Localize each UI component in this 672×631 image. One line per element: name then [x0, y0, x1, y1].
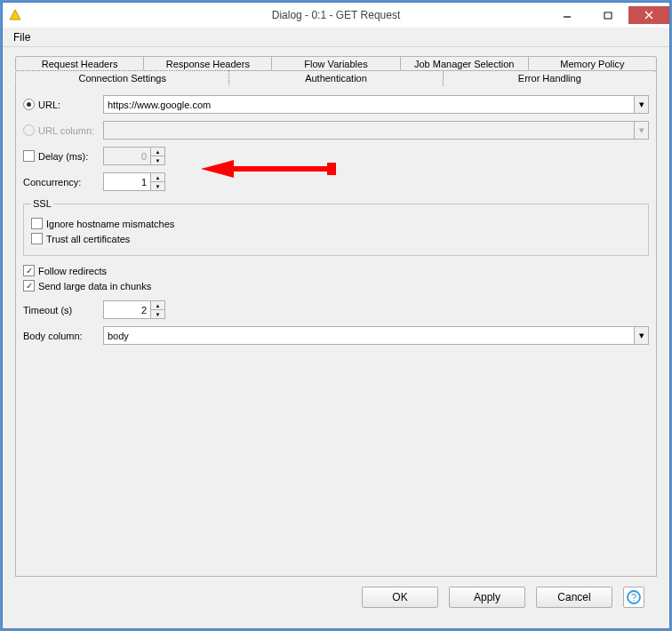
chevron-down-icon: ▾ [639, 99, 644, 110]
url-column-label-group: URL column: [23, 124, 103, 136]
concurrency-spin-up[interactable]: ▲ [150, 172, 165, 181]
body-column-dropdown-button[interactable]: ▾ [634, 326, 649, 345]
close-button[interactable] [628, 6, 669, 24]
ignore-hostname-label: Ignore hostname mismatches [46, 219, 174, 229]
timeout-spin-buttons: ▲ ▼ [150, 300, 165, 319]
ignore-hostname-checkbox[interactable] [31, 218, 43, 229]
delay-checkbox[interactable] [23, 150, 35, 162]
menu-file[interactable]: File [8, 29, 36, 45]
tabs-row-1: Request Headers Response Headers Flow Va… [15, 56, 657, 71]
url-row: URL: ▾ [23, 95, 649, 114]
url-input[interactable] [103, 95, 634, 114]
tabs-row-2: Connection Settings Authentication Error… [15, 70, 657, 86]
tab-response-headers[interactable]: Response Headers [143, 56, 272, 71]
svg-text:?: ? [631, 592, 636, 603]
url-column-dropdown-button: ▾ [634, 121, 649, 140]
ssl-fieldset: SSL Ignore hostname mismatches Trust all… [23, 198, 649, 256]
trust-all-label: Trust all certificates [46, 234, 130, 244]
cancel-button[interactable]: Cancel [536, 587, 612, 608]
apply-button[interactable]: Apply [449, 587, 525, 608]
url-column-combo: ▾ [103, 121, 649, 140]
url-dropdown-button[interactable]: ▾ [634, 95, 649, 114]
ignore-hostname-row: Ignore hostname mismatches [31, 218, 641, 229]
chevron-down-icon: ▾ [639, 124, 644, 136]
connection-settings-panel: URL: ▾ URL column: ▾ [15, 86, 657, 577]
timeout-label: Timeout (s) [23, 305, 103, 316]
url-label-group: URL: [23, 99, 103, 110]
tab-flow-variables[interactable]: Flow Variables [271, 56, 400, 71]
tab-authentication[interactable]: Authentication [228, 70, 443, 86]
delay-spinner: ▲ ▼ [103, 147, 165, 165]
ssl-legend: SSL [31, 198, 53, 209]
dialog-window: Dialog - 0:1 - GET Request File Request … [2, 2, 670, 629]
app-icon [8, 8, 22, 22]
titlebar: Dialog - 0:1 - GET Request [3, 3, 669, 28]
window-controls [547, 6, 669, 24]
concurrency-spinner[interactable]: ▲ ▼ [103, 172, 165, 191]
tab-error-handling[interactable]: Error Handling [443, 70, 657, 86]
send-large-checkbox[interactable] [23, 280, 35, 292]
tab-request-headers[interactable]: Request Headers [15, 56, 144, 71]
url-column-input [103, 121, 634, 140]
timeout-row: Timeout (s) ▲ ▼ [23, 300, 649, 319]
tab-connection-settings[interactable]: Connection Settings [15, 70, 229, 86]
timeout-spin-up[interactable]: ▲ [150, 300, 165, 309]
url-combo[interactable]: ▾ [103, 95, 649, 114]
svg-marker-0 [10, 10, 20, 20]
concurrency-label: Concurrency: [23, 177, 103, 188]
maximize-button[interactable] [588, 6, 628, 24]
delay-spin-up: ▲ [150, 147, 165, 156]
concurrency-input[interactable] [103, 172, 150, 191]
delay-label: Delay (ms): [38, 151, 88, 162]
button-bar: OK Apply Cancel ? [15, 577, 657, 618]
concurrency-spin-buttons: ▲ ▼ [150, 172, 165, 191]
send-large-label: Send large data in chunks [38, 281, 151, 292]
chevron-down-icon: ▾ [639, 330, 644, 341]
help-icon: ? [626, 589, 642, 605]
url-column-label: URL column: [38, 125, 94, 136]
timeout-spin-down[interactable]: ▼ [150, 309, 165, 319]
trust-all-row: Trust all certificates [31, 233, 641, 244]
follow-redirects-row: Follow redirects [23, 265, 649, 276]
delay-label-group: Delay (ms): [23, 150, 103, 162]
ok-button[interactable]: OK [362, 587, 438, 608]
content-area: Request Headers Response Headers Flow Va… [3, 47, 669, 628]
timeout-spinner[interactable]: ▲ ▼ [103, 300, 165, 319]
timeout-input[interactable] [103, 300, 150, 319]
url-column-radio[interactable] [23, 124, 35, 136]
trust-all-checkbox[interactable] [31, 233, 43, 244]
tab-memory-policy[interactable]: Memory Policy [528, 56, 657, 71]
delay-spin-down: ▼ [150, 156, 165, 165]
delay-row: Delay (ms): ▲ ▼ [23, 147, 649, 165]
url-radio[interactable] [23, 99, 35, 110]
concurrency-spin-down[interactable]: ▼ [150, 181, 165, 191]
menubar: File [3, 28, 669, 47]
follow-redirects-checkbox[interactable] [23, 265, 35, 276]
minimize-button[interactable] [547, 6, 588, 24]
tab-job-manager[interactable]: Job Manager Selection [400, 56, 529, 71]
concurrency-row: Concurrency: ▲ ▼ [23, 172, 649, 191]
follow-redirects-label: Follow redirects [38, 266, 107, 276]
help-button[interactable]: ? [623, 587, 644, 608]
body-column-row: Body column: ▾ [23, 326, 649, 345]
delay-input [103, 147, 150, 165]
svg-rect-2 [604, 12, 612, 19]
send-large-row: Send large data in chunks [23, 280, 649, 292]
body-column-input[interactable] [103, 326, 634, 345]
body-column-combo[interactable]: ▾ [103, 326, 649, 345]
url-label: URL: [38, 100, 60, 110]
delay-spin-buttons: ▲ ▼ [150, 147, 165, 165]
url-column-row: URL column: ▾ [23, 121, 649, 140]
body-column-label: Body column: [23, 331, 103, 341]
